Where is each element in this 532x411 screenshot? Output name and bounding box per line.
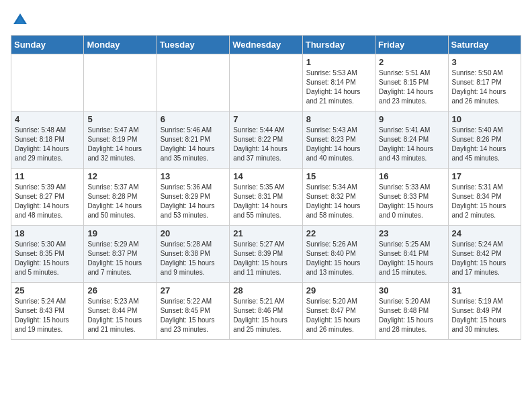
calendar-day-cell: 19Sunrise: 5:29 AMSunset: 8:37 PMDayligh… (84, 226, 157, 283)
day-info: Sunrise: 5:44 AMSunset: 8:22 PMDaylight:… (233, 126, 298, 163)
day-number: 30 (379, 285, 444, 295)
calendar-week-row: 4Sunrise: 5:48 AMSunset: 8:18 PMDaylight… (11, 111, 521, 169)
day-info: Sunrise: 5:24 AMSunset: 8:42 PMDaylight:… (452, 240, 517, 277)
calendar-week-row: 18Sunrise: 5:30 AMSunset: 8:35 PMDayligh… (11, 226, 521, 283)
weekday-header-cell: Wednesday (230, 36, 302, 54)
day-info: Sunrise: 5:23 AMSunset: 8:44 PMDaylight:… (87, 297, 152, 334)
day-number: 2 (379, 57, 444, 67)
day-number: 12 (87, 171, 152, 181)
weekday-header-row: SundayMondayTuesdayWednesdayThursdayFrid… (11, 36, 521, 54)
day-info: Sunrise: 5:34 AMSunset: 8:32 PMDaylight:… (306, 183, 371, 220)
day-info: Sunrise: 5:51 AMSunset: 8:15 PMDaylight:… (379, 68, 444, 106)
calendar-day-cell (11, 54, 84, 111)
day-number: 16 (379, 171, 444, 181)
day-number: 4 (15, 114, 80, 124)
calendar-day-cell: 30Sunrise: 5:20 AMSunset: 8:48 PMDayligh… (375, 283, 448, 340)
day-info: Sunrise: 5:29 AMSunset: 8:37 PMDaylight:… (87, 240, 152, 277)
calendar-day-cell: 10Sunrise: 5:40 AMSunset: 8:26 PMDayligh… (448, 111, 521, 169)
day-info: Sunrise: 5:31 AMSunset: 8:34 PMDaylight:… (452, 183, 517, 220)
day-info: Sunrise: 5:37 AMSunset: 8:28 PMDaylight:… (87, 183, 152, 220)
day-number: 20 (161, 228, 226, 238)
day-number: 18 (15, 228, 80, 238)
day-number: 3 (452, 57, 517, 67)
weekday-header-cell: Monday (84, 36, 157, 54)
calendar-day-cell: 14Sunrise: 5:35 AMSunset: 8:31 PMDayligh… (230, 169, 302, 226)
calendar-table: SundayMondayTuesdayWednesdayThursdayFrid… (11, 35, 521, 340)
day-info: Sunrise: 5:46 AMSunset: 8:21 PMDaylight:… (161, 126, 226, 163)
day-number: 6 (161, 114, 226, 124)
calendar-day-cell: 16Sunrise: 5:33 AMSunset: 8:33 PMDayligh… (375, 169, 448, 226)
day-number: 21 (233, 228, 298, 238)
day-number: 26 (87, 285, 152, 295)
calendar-day-cell: 13Sunrise: 5:36 AMSunset: 8:29 PMDayligh… (157, 169, 229, 226)
day-number: 7 (233, 114, 298, 124)
day-info: Sunrise: 5:33 AMSunset: 8:33 PMDaylight:… (379, 183, 444, 220)
calendar-day-cell: 2Sunrise: 5:51 AMSunset: 8:15 PMDaylight… (375, 54, 448, 111)
day-number: 9 (379, 114, 444, 124)
day-number: 27 (161, 285, 226, 295)
calendar-day-cell: 6Sunrise: 5:46 AMSunset: 8:21 PMDaylight… (157, 111, 229, 169)
calendar-day-cell (230, 54, 302, 111)
day-info: Sunrise: 5:36 AMSunset: 8:29 PMDaylight:… (161, 183, 226, 220)
day-info: Sunrise: 5:28 AMSunset: 8:38 PMDaylight:… (161, 240, 226, 277)
calendar-day-cell (84, 54, 157, 111)
day-info: Sunrise: 5:27 AMSunset: 8:39 PMDaylight:… (233, 240, 298, 277)
calendar-day-cell: 26Sunrise: 5:23 AMSunset: 8:44 PMDayligh… (84, 283, 157, 340)
day-number: 1 (306, 57, 371, 67)
calendar-day-cell: 8Sunrise: 5:43 AMSunset: 8:23 PMDaylight… (302, 111, 375, 169)
weekday-header-cell: Sunday (11, 36, 84, 54)
calendar-day-cell: 17Sunrise: 5:31 AMSunset: 8:34 PMDayligh… (448, 169, 521, 226)
day-info: Sunrise: 5:20 AMSunset: 8:47 PMDaylight:… (306, 297, 371, 334)
calendar-day-cell: 22Sunrise: 5:26 AMSunset: 8:40 PMDayligh… (302, 226, 375, 283)
page-header (11, 11, 521, 30)
calendar-day-cell: 25Sunrise: 5:24 AMSunset: 8:43 PMDayligh… (11, 283, 84, 340)
calendar-day-cell: 28Sunrise: 5:21 AMSunset: 8:46 PMDayligh… (230, 283, 302, 340)
weekday-header-cell: Saturday (448, 36, 521, 54)
calendar-day-cell: 24Sunrise: 5:24 AMSunset: 8:42 PMDayligh… (448, 226, 521, 283)
day-number: 10 (452, 114, 517, 124)
logo (11, 11, 31, 30)
calendar-day-cell: 9Sunrise: 5:41 AMSunset: 8:24 PMDaylight… (375, 111, 448, 169)
day-info: Sunrise: 5:47 AMSunset: 8:19 PMDaylight:… (87, 126, 152, 163)
calendar-day-cell: 18Sunrise: 5:30 AMSunset: 8:35 PMDayligh… (11, 226, 84, 283)
calendar-day-cell: 4Sunrise: 5:48 AMSunset: 8:18 PMDaylight… (11, 111, 84, 169)
day-number: 14 (233, 171, 298, 181)
day-info: Sunrise: 5:39 AMSunset: 8:27 PMDaylight:… (15, 183, 80, 220)
day-number: 24 (452, 228, 517, 238)
day-number: 22 (306, 228, 371, 238)
day-info: Sunrise: 5:50 AMSunset: 8:17 PMDaylight:… (452, 68, 517, 106)
day-number: 29 (306, 285, 371, 295)
day-number: 15 (306, 171, 371, 181)
day-info: Sunrise: 5:25 AMSunset: 8:41 PMDaylight:… (379, 240, 444, 277)
day-number: 28 (233, 285, 298, 295)
calendar-day-cell: 23Sunrise: 5:25 AMSunset: 8:41 PMDayligh… (375, 226, 448, 283)
day-number: 19 (87, 228, 152, 238)
day-info: Sunrise: 5:22 AMSunset: 8:45 PMDaylight:… (161, 297, 226, 334)
weekday-header-cell: Tuesday (157, 36, 229, 54)
logo-icon (11, 11, 30, 30)
day-info: Sunrise: 5:35 AMSunset: 8:31 PMDaylight:… (233, 183, 298, 220)
calendar-day-cell: 27Sunrise: 5:22 AMSunset: 8:45 PMDayligh… (157, 283, 229, 340)
calendar-day-cell: 12Sunrise: 5:37 AMSunset: 8:28 PMDayligh… (84, 169, 157, 226)
day-number: 17 (452, 171, 517, 181)
calendar-day-cell: 3Sunrise: 5:50 AMSunset: 8:17 PMDaylight… (448, 54, 521, 111)
calendar-day-cell: 7Sunrise: 5:44 AMSunset: 8:22 PMDaylight… (230, 111, 302, 169)
calendar-day-cell: 31Sunrise: 5:19 AMSunset: 8:49 PMDayligh… (448, 283, 521, 340)
day-info: Sunrise: 5:24 AMSunset: 8:43 PMDaylight:… (15, 297, 80, 334)
day-info: Sunrise: 5:53 AMSunset: 8:14 PMDaylight:… (306, 68, 371, 106)
calendar-day-cell: 1Sunrise: 5:53 AMSunset: 8:14 PMDaylight… (302, 54, 375, 111)
day-info: Sunrise: 5:40 AMSunset: 8:26 PMDaylight:… (452, 126, 517, 163)
calendar-day-cell: 29Sunrise: 5:20 AMSunset: 8:47 PMDayligh… (302, 283, 375, 340)
weekday-header-cell: Friday (375, 36, 448, 54)
calendar-week-row: 1Sunrise: 5:53 AMSunset: 8:14 PMDaylight… (11, 54, 521, 111)
day-number: 23 (379, 228, 444, 238)
day-info: Sunrise: 5:43 AMSunset: 8:23 PMDaylight:… (306, 126, 371, 163)
day-info: Sunrise: 5:30 AMSunset: 8:35 PMDaylight:… (15, 240, 80, 277)
day-number: 13 (161, 171, 226, 181)
weekday-header-cell: Thursday (302, 36, 375, 54)
calendar-week-row: 11Sunrise: 5:39 AMSunset: 8:27 PMDayligh… (11, 169, 521, 226)
day-number: 25 (15, 285, 80, 295)
calendar-day-cell: 5Sunrise: 5:47 AMSunset: 8:19 PMDaylight… (84, 111, 157, 169)
calendar-day-cell: 11Sunrise: 5:39 AMSunset: 8:27 PMDayligh… (11, 169, 84, 226)
calendar-day-cell: 15Sunrise: 5:34 AMSunset: 8:32 PMDayligh… (302, 169, 375, 226)
